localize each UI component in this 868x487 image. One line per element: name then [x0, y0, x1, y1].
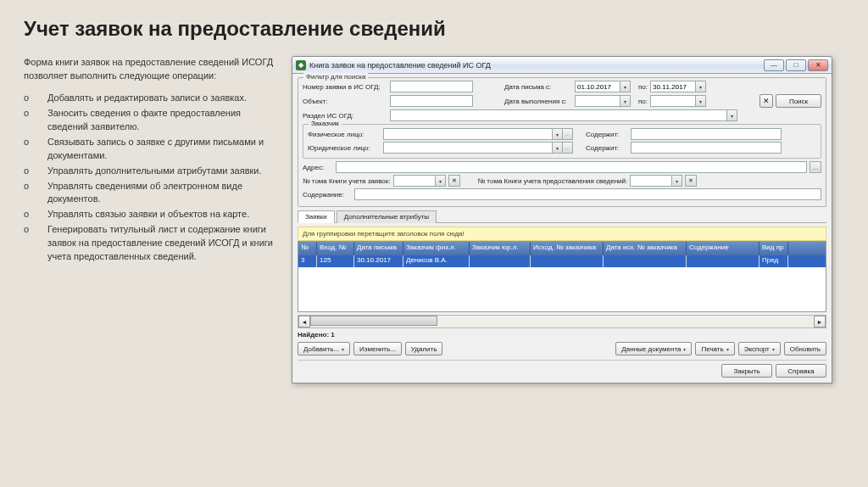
export-button[interactable]: Экспорт▾ [738, 342, 781, 355]
scroll-thumb[interactable] [310, 316, 437, 326]
print-button[interactable]: Печать▾ [695, 342, 734, 355]
slide-title: Учет заявок на предоставление сведений [24, 17, 844, 41]
legal-lookup[interactable]: … [563, 142, 573, 154]
object-input[interactable] [390, 95, 473, 107]
scroll-track[interactable] [310, 316, 814, 327]
bullet-text: Управлять дополнительными атрибутами зая… [47, 165, 262, 178]
vol2-input[interactable] [630, 175, 672, 187]
clear-filter-button[interactable]: ✕ [760, 94, 773, 108]
grid-cell: 125 [317, 255, 354, 267]
date-to-dropdown[interactable]: ▾ [696, 81, 706, 92]
column-header[interactable]: Заказчик физ.л. [403, 242, 470, 255]
grid-cell [687, 255, 760, 267]
vol1-dropdown[interactable]: ▾ [436, 175, 446, 187]
data-grid[interactable]: №Вход. №Дата письмаЗаказчик физ.л.Заказч… [298, 241, 826, 312]
search-button[interactable]: Поиск [776, 94, 821, 108]
minimize-button[interactable]: — [764, 59, 784, 71]
scroll-right-arrow[interactable]: ► [814, 316, 826, 327]
grouping-hint: Для группировки перетащите заголовок пол… [298, 227, 826, 241]
vol2-clear[interactable]: ✕ [685, 175, 697, 187]
grid-cell [531, 255, 604, 267]
intro-text: Форма книги заявок на предоставление све… [24, 56, 276, 83]
scroll-left-arrow[interactable]: ◄ [298, 316, 310, 327]
bullet-text: Заносить сведения о факте предоставления… [47, 107, 276, 134]
table-row[interactable]: 312530.10.2017Денисов В.А.Пред [298, 255, 826, 267]
address-lookup-button[interactable]: … [810, 161, 821, 173]
bullet-mark: o [24, 180, 47, 207]
horizontal-scrollbar[interactable]: ◄ ► [298, 315, 826, 328]
maximize-button[interactable]: □ [786, 59, 806, 71]
customer-groupbox: Заказчик Физическое лицо: ▾… Содержит: Ю… [303, 124, 821, 159]
tab-extra-attrs[interactable]: Дополнительные атрибуты [337, 210, 437, 223]
grid-cell: 3 [298, 255, 317, 267]
column-header[interactable]: Заказчик юр.л. [470, 242, 531, 255]
legal-dropdown[interactable]: ▾ [553, 142, 563, 154]
individual-dropdown[interactable]: ▾ [553, 128, 563, 140]
customer-legend: Заказчик [309, 120, 342, 127]
bullet-text: Связывать запись о заявке с другими пись… [47, 136, 276, 163]
add-button[interactable]: Добавить...▾ [298, 342, 350, 355]
grid-header[interactable]: №Вход. №Дата письмаЗаказчик физ.л.Заказч… [298, 242, 826, 255]
bullet-mark: o [24, 165, 47, 178]
label-request-number: Номер заявки в ИС ОГД: [303, 83, 387, 91]
exec-date-to-input[interactable] [650, 95, 696, 107]
content-input[interactable] [354, 188, 821, 200]
exec-from-dropdown[interactable]: ▾ [620, 95, 631, 107]
contains2-input[interactable] [631, 142, 782, 154]
label-address: Адрес: [303, 164, 333, 171]
vol2-dropdown[interactable]: ▾ [672, 175, 682, 187]
section-dropdown[interactable]: ▾ [727, 109, 737, 121]
individual-input[interactable] [383, 128, 553, 140]
request-number-input[interactable] [390, 81, 473, 92]
app-icon: ◆ [296, 60, 306, 70]
grid-cell: Пред [760, 255, 788, 267]
label-contains1: Содержит: [586, 131, 628, 138]
date-from-dropdown[interactable]: ▾ [620, 81, 631, 92]
filter-legend: Фильтр для поиска [303, 73, 368, 81]
label-letter-date: Дата письма с: [504, 83, 572, 91]
grid-cell: 30.10.2017 [354, 255, 403, 267]
date-to-input[interactable] [650, 81, 696, 92]
column-header[interactable]: Дата исх. № заказчика [604, 242, 687, 255]
label-object: Объект: [303, 98, 387, 105]
exec-date-from-input[interactable] [575, 95, 620, 107]
refresh-button[interactable]: Обновить [784, 342, 826, 355]
bullet-mark: o [24, 223, 47, 264]
column-header[interactable]: Исход. № заказчика [531, 242, 604, 255]
doc-data-button[interactable]: Данные документа▾ [615, 342, 692, 355]
column-header[interactable]: Содержание [687, 242, 760, 255]
label-vol1: № тома Книги учета заявок: [303, 177, 391, 185]
window-title: Книга заявок на предоставление сведений … [309, 61, 764, 70]
label-exec-date: Дата выполнения с: [504, 98, 572, 105]
exec-to-dropdown[interactable]: ▾ [696, 95, 706, 107]
vol1-clear[interactable]: ✕ [448, 175, 460, 187]
delete-button[interactable]: Удалить [405, 342, 443, 355]
label-content: Содержание: [303, 191, 352, 199]
label-individual: Физическое лицо: [308, 131, 381, 138]
grid-cell [604, 255, 687, 267]
column-header[interactable]: Вход. № [317, 242, 354, 255]
close-button[interactable]: ✕ [808, 59, 828, 71]
individual-lookup[interactable]: … [563, 128, 573, 140]
bullet-text: Управлять связью заявки и объектов на ка… [47, 208, 249, 221]
contains1-input[interactable] [631, 128, 782, 140]
filter-groupbox: Фильтр для поиска Номер заявки в ИС ОГД:… [298, 77, 826, 207]
bullet-mark: o [24, 107, 47, 134]
legal-input[interactable] [383, 142, 553, 154]
date-from-input[interactable] [575, 81, 620, 92]
help-button[interactable]: Справка [776, 364, 826, 378]
section-input[interactable] [390, 109, 727, 121]
column-header[interactable]: Вид пр [760, 242, 788, 255]
label-section: Раздел ИС ОГД: [303, 112, 387, 120]
tab-requests[interactable]: Заявки [298, 210, 335, 223]
edit-button[interactable]: Изменить... [353, 342, 402, 355]
vol1-input[interactable] [393, 175, 436, 187]
tab-strip: Заявки Дополнительные атрибуты [298, 210, 826, 223]
label-po1: по: [638, 83, 648, 91]
window-titlebar: ◆ Книга заявок на предоставление сведени… [292, 57, 832, 74]
close-window-button[interactable]: Закрыть [721, 364, 772, 378]
grid-cell: Денисов В.А. [403, 255, 470, 267]
address-input[interactable] [336, 161, 807, 173]
column-header[interactable]: Дата письма [354, 242, 403, 255]
column-header[interactable]: № [298, 242, 317, 255]
